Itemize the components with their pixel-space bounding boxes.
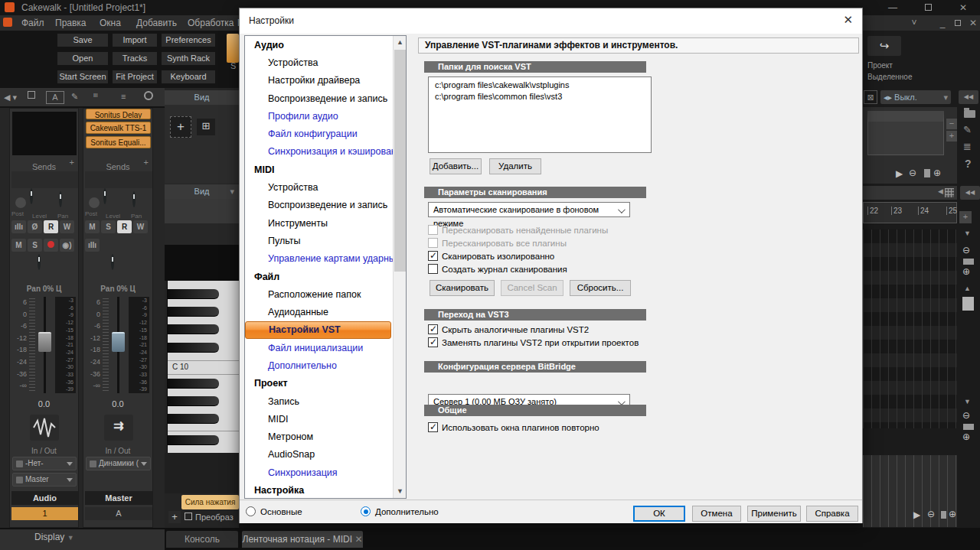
apply-button[interactable]: Применить (747, 506, 801, 522)
export-selection-label[interactable]: Выделенное (867, 73, 913, 81)
tree-cat-audio[interactable]: Аудио (245, 36, 393, 54)
zoom-out-icon[interactable]: ⊖ (962, 410, 970, 421)
scrollbar-thumb[interactable] (394, 50, 406, 272)
close-button[interactable]: ✕ (952, 0, 974, 15)
zoom-out-icon[interactable]: ⊖ (927, 509, 935, 519)
tree-item[interactable]: Управление картами ударных (245, 250, 393, 268)
tree-cat-project[interactable]: Проект (245, 375, 393, 392)
scroll-down-icon[interactable]: ▼ (394, 485, 407, 498)
post-button[interactable] (89, 197, 100, 208)
tree-item[interactable]: Профили аудио (245, 107, 393, 125)
mdi-close-button[interactable]: ✕ (966, 15, 980, 31)
record-arm-button[interactable] (44, 239, 58, 252)
zoom-in-icon[interactable]: ⊕ (949, 509, 956, 519)
track-number[interactable]: A (85, 507, 152, 520)
scrollbar-thumb[interactable] (962, 297, 974, 311)
send-level-knob[interactable] (103, 188, 106, 204)
solo-button[interactable]: S (28, 239, 42, 252)
zoom-in-icon[interactable]: ⊕ (962, 266, 970, 277)
fx-item[interactable]: Cakewalk TTS-1 (86, 122, 151, 134)
black-key[interactable] (168, 414, 219, 424)
black-key[interactable] (168, 396, 219, 406)
checkbox-icon[interactable] (428, 264, 438, 274)
dropdown-chevron-icon[interactable]: ˅ (906, 15, 922, 31)
add-folder-button[interactable]: Добавить... (430, 158, 482, 174)
tree-item[interactable]: Расположение папок (245, 285, 393, 303)
menu-file[interactable]: Файл (14, 15, 52, 31)
track-name-icon[interactable]: A (46, 91, 64, 104)
fx-bin-empty[interactable] (12, 112, 77, 155)
menu-hamburger-icon[interactable]: ≡ (121, 92, 126, 101)
routing-arrows-icon[interactable]: ⇉ (104, 415, 133, 441)
tracks-button[interactable]: Tracks (113, 52, 157, 65)
menu-edit[interactable]: Правка (47, 15, 94, 31)
tree-cat-customization[interactable]: Настройка (245, 481, 393, 499)
send-pan-knob[interactable] (59, 191, 62, 207)
fade-icon[interactable]: ⊠ (864, 90, 877, 104)
timeline-ruler[interactable]: 22 23 24 25 (863, 202, 957, 223)
scan-mode-select[interactable]: Автоматические сканирование в фоновом ре… (428, 202, 630, 217)
checkbox-checked-icon[interactable] (428, 251, 438, 261)
mute-button[interactable]: M (11, 239, 26, 252)
add-send-button[interactable]: + (144, 158, 149, 167)
tree-item[interactable]: Аудиоданные (245, 303, 393, 321)
view-header[interactable]: Вид (165, 90, 239, 105)
tree-cat-file[interactable]: Файл (245, 268, 393, 285)
volume-fader[interactable] (112, 332, 125, 352)
track-name[interactable]: Audio (11, 491, 78, 505)
display-select[interactable]: Display ▼ (34, 532, 74, 542)
clock-icon[interactable] (144, 91, 153, 102)
tree-item[interactable]: MIDI (245, 410, 393, 428)
read-automation-button[interactable]: R (44, 220, 58, 233)
zoom-slider[interactable] (963, 259, 974, 265)
cancel-button[interactable]: Отмена (692, 506, 741, 522)
grid-collapse-icon[interactable]: ◀ (938, 187, 943, 195)
track-name[interactable]: Master (85, 491, 152, 505)
media-pen-icon[interactable]: ✎ (963, 124, 972, 135)
phase-button[interactable]: Ø (28, 220, 42, 233)
checkbox-checked-icon[interactable] (428, 422, 438, 432)
post-button[interactable] (15, 197, 26, 208)
tree-item[interactable]: Настройки драйвера (245, 72, 393, 89)
restore-button[interactable] (917, 0, 939, 15)
dialog-close-icon[interactable]: ✕ (843, 13, 853, 27)
monitor-button[interactable]: ◉) (60, 239, 74, 252)
open-button[interactable]: Open (57, 52, 108, 65)
tree-item[interactable]: Метроном (245, 428, 393, 446)
solo-button[interactable]: S (101, 220, 116, 233)
menu-windows[interactable]: Окна (92, 15, 129, 31)
collapse-icon[interactable]: ◀ ▾ (4, 93, 17, 103)
black-key[interactable] (168, 307, 219, 317)
export-icon[interactable]: ↪ (867, 36, 901, 56)
input-echo-icon[interactable]: ıllı (85, 239, 100, 252)
zoom-slider[interactable] (924, 169, 930, 177)
advanced-radio[interactable]: Дополнительно (361, 506, 439, 516)
scroll-down-icon[interactable]: ▼ (964, 229, 971, 237)
keyboard-button[interactable]: Keyboard (162, 70, 215, 83)
audio-waveform-icon[interactable] (30, 415, 59, 441)
mdi-restore-button[interactable] (951, 15, 965, 31)
write-automation-button[interactable]: W (133, 220, 148, 233)
scroll-up-icon[interactable]: ▲ (394, 36, 407, 49)
scan-log-checkbox[interactable]: Создать журнал сканирования (428, 263, 567, 275)
scan-button[interactable]: Сканировать (430, 280, 495, 296)
tree-item[interactable]: Устройства (245, 178, 393, 196)
add-track-button[interactable]: + (170, 116, 191, 138)
output-select[interactable]: Master (12, 473, 77, 487)
black-key[interactable] (168, 289, 219, 299)
scroll-down-icon[interactable]: ▼ (964, 398, 971, 405)
zoom-out-icon[interactable]: ⊖ (909, 168, 916, 178)
remove-folder-button[interactable]: Удалить (489, 158, 541, 174)
add-lane-button[interactable]: + (959, 211, 972, 223)
send-level-knob[interactable] (30, 188, 33, 204)
checkbox-checked-icon[interactable] (428, 337, 438, 347)
tree-item[interactable]: Файл конфигурации (245, 125, 393, 142)
notes-icon[interactable]: ≣ (963, 141, 972, 152)
zoom-slider[interactable] (963, 424, 974, 430)
waveform-icon[interactable]: ᴵᴵᴵ (93, 92, 98, 101)
ok-button[interactable]: ОК (633, 506, 685, 522)
output-select[interactable]: Динамики ( (86, 457, 151, 470)
tree-item[interactable]: Устройства (245, 54, 393, 71)
start-screen-button[interactable]: Start Screen (57, 70, 108, 83)
play-icon[interactable]: ▶ (913, 509, 920, 520)
